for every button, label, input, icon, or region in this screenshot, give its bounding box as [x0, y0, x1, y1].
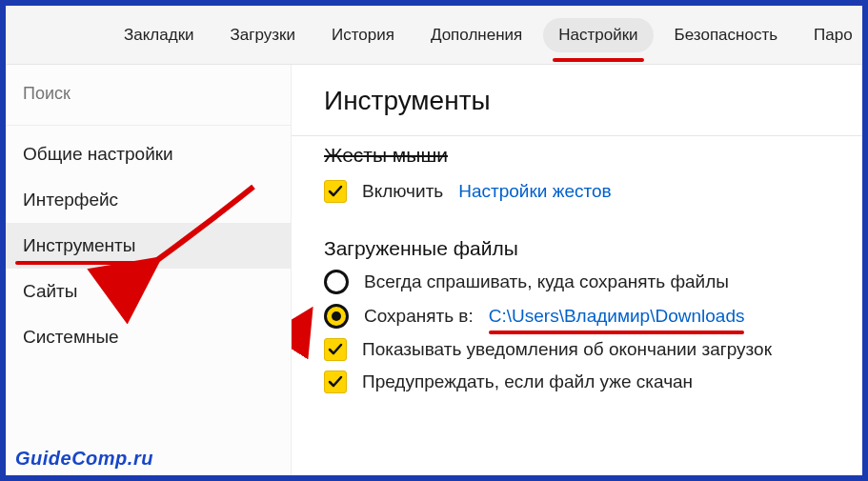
row-save-to: Сохранять в: C:\Users\Владимир\Downloads: [324, 304, 853, 329]
tab-settings[interactable]: Настройки: [543, 18, 653, 52]
search-box: [6, 65, 291, 126]
divider: [292, 135, 862, 136]
sidebar-item-label: Общие настройки: [23, 144, 173, 164]
link-gesture-settings[interactable]: Настройки жестов: [458, 181, 611, 202]
row-show-notifications: Показывать уведомления об окончании загр…: [324, 338, 853, 361]
tab-history[interactable]: История: [316, 18, 410, 52]
annotation-underline: [489, 331, 745, 334]
tab-label: Загрузки: [231, 26, 295, 44]
sidebar-item-label: Системные: [23, 327, 119, 347]
page-title: Инструменты: [324, 86, 853, 116]
tab-label: Безопасность: [675, 26, 777, 44]
tab-security[interactable]: Безопасность: [659, 18, 793, 52]
content-pane: Инструменты Жесты мыши Включить Настройк…: [292, 65, 862, 475]
tab-label: Дополнения: [431, 26, 522, 44]
annotation-underline: [15, 261, 144, 265]
tab-passwords[interactable]: Паро: [798, 18, 868, 52]
check-icon: [328, 374, 343, 390]
label-save-to: Сохранять в:: [364, 306, 474, 327]
sidebar-item-general[interactable]: Общие настройки: [6, 131, 291, 177]
checkbox-enable-gestures[interactable]: [324, 180, 347, 203]
sidebar-item-label: Интерфейс: [23, 190, 118, 210]
tab-label: История: [332, 26, 394, 44]
annotation-underline: [553, 58, 643, 62]
checkbox-show-notifications[interactable]: [324, 338, 347, 361]
row-always-ask: Всегда спрашивать, куда сохранять файлы: [324, 270, 853, 294]
check-icon: [328, 342, 343, 357]
row-warn-downloaded: Предупреждать, если файл уже скачан: [324, 371, 853, 393]
sidebar-item-label: Инструменты: [23, 235, 135, 255]
watermark: GuideComp.ru: [15, 448, 153, 470]
sidebar-item-label: Сайты: [23, 281, 77, 301]
sidebar: Общие настройки Интерфейс Инструменты Са…: [6, 65, 292, 475]
radio-always-ask[interactable]: [324, 270, 349, 294]
label-always-ask: Всегда спрашивать, куда сохранять файлы: [364, 271, 729, 292]
sidebar-item-tools[interactable]: Инструменты: [6, 223, 291, 269]
check-icon: [328, 184, 343, 199]
label-warn-downloaded: Предупреждать, если файл уже скачан: [362, 371, 693, 392]
tab-label: Паро: [814, 26, 853, 44]
section-heading-mouse-gestures: Жесты мыши: [324, 144, 853, 167]
tab-label: Закладки: [124, 26, 194, 44]
label-show-notifications: Показывать уведомления об окончании загр…: [362, 339, 772, 360]
label-enable: Включить: [362, 181, 443, 202]
radio-save-to[interactable]: [324, 304, 349, 329]
tab-addons[interactable]: Дополнения: [415, 18, 537, 52]
sidebar-item-interface[interactable]: Интерфейс: [6, 177, 291, 223]
sidebar-list: Общие настройки Интерфейс Инструменты Са…: [6, 126, 291, 360]
search-input[interactable]: [23, 84, 273, 104]
section-heading-downloads: Загруженные файлы: [324, 237, 853, 260]
tab-downloads[interactable]: Загрузки: [215, 18, 311, 52]
sidebar-item-sites[interactable]: Сайты: [6, 269, 291, 314]
row-enable-gestures: Включить Настройки жестов: [324, 180, 853, 203]
link-download-path[interactable]: C:\Users\Владимир\Downloads: [489, 306, 745, 326]
checkbox-warn-downloaded[interactable]: [324, 371, 347, 393]
sidebar-item-system[interactable]: Системные: [6, 314, 291, 360]
tab-label: Настройки: [558, 26, 637, 44]
top-nav: Закладки Загрузки История Дополнения Нас…: [6, 6, 862, 65]
tab-bookmarks[interactable]: Закладки: [109, 18, 210, 52]
